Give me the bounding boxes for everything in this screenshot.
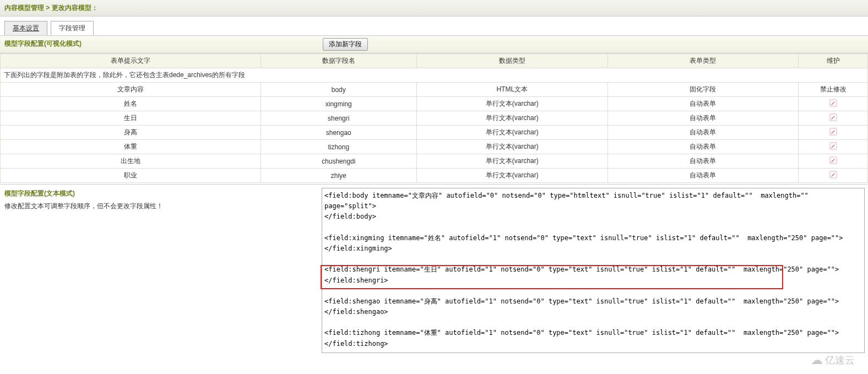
cell-prompt: 出生地: [1, 154, 261, 169]
cell-datatype: 单行文本(varchar): [417, 140, 608, 154]
cell-datatype: 单行文本(varchar): [417, 126, 608, 140]
cell-datatype: 单行文本(varchar): [417, 111, 608, 126]
cell-fieldname: tizhong: [261, 140, 417, 154]
cell-prompt: 生日: [1, 111, 261, 126]
cell-datatype: 单行文本(varchar): [417, 169, 608, 183]
cell-maint: [799, 140, 868, 154]
cell-formtype: 自动表单: [607, 154, 799, 169]
cell-formtype: 自动表单: [607, 126, 799, 140]
cell-formtype: 自动表单: [607, 169, 799, 183]
cell-prompt: 职业: [1, 169, 261, 183]
cell-maint: [799, 126, 868, 140]
cell-formtype: 自动表单: [607, 111, 799, 126]
tabs: 基本设置 字段管理: [0, 17, 868, 35]
text-section-note: 修改配置文本可调整字段顺序，但不会更改字段属性！: [4, 202, 314, 211]
add-field-button[interactable]: 添加新字段: [323, 38, 368, 51]
cell-prompt: 体重: [1, 140, 261, 154]
note-text: 下面列出的字段是附加表的字段，除此外，它还包含主表dede_archives的所…: [1, 68, 868, 83]
cell-datatype: 单行文本(varchar): [417, 154, 608, 169]
cell-fieldname: shengri: [261, 111, 417, 126]
cell-maint: [799, 111, 868, 126]
breadcrumb: 内容模型管理 > 更改内容模型：: [4, 4, 98, 12]
fields-table: 表单提示文字 数据字段名 数据类型 表单类型 维护 下面列出的字段是附加表的字段…: [0, 53, 868, 183]
edit-icon[interactable]: [829, 156, 837, 164]
text-section-title: 模型字段配置(文本模式): [4, 189, 314, 198]
cell-formtype: 固化字段: [607, 83, 799, 97]
header-bar: 内容模型管理 > 更改内容模型：: [0, 0, 868, 17]
table-row: 身高shengao单行文本(varchar)自动表单: [1, 126, 868, 140]
note-row: 下面列出的字段是附加表的字段，除此外，它还包含主表dede_archives的所…: [1, 68, 868, 83]
cell-prompt: 文章内容: [1, 83, 261, 97]
cell-formtype: 自动表单: [607, 97, 799, 111]
cell-prompt: 身高: [1, 126, 261, 140]
col-datatype: 数据类型: [417, 54, 608, 68]
col-fieldname: 数据字段名: [261, 54, 417, 68]
cell-datatype: 单行文本(varchar): [417, 97, 608, 111]
col-formtype: 表单类型: [607, 54, 799, 68]
edit-icon[interactable]: [829, 99, 837, 107]
edit-icon[interactable]: [829, 171, 837, 178]
cell-datatype: HTML文本: [417, 83, 608, 97]
table-header-row: 表单提示文字 数据字段名 数据类型 表单类型 维护: [1, 54, 868, 68]
cell-prompt: 姓名: [1, 97, 261, 111]
table-row: 体重tizhong单行文本(varchar)自动表单: [1, 140, 868, 154]
cell-maint: [799, 97, 868, 111]
col-maint: 维护: [799, 54, 868, 68]
table-row: 文章内容bodyHTML文本固化字段禁止修改: [1, 83, 868, 97]
col-prompt: 表单提示文字: [1, 54, 261, 68]
cell-formtype: 自动表单: [607, 140, 799, 154]
table-row: 职业zhiye单行文本(varchar)自动表单: [1, 169, 868, 183]
cell-fieldname: shengao: [261, 126, 417, 140]
tab-basic[interactable]: 基本设置: [4, 21, 47, 35]
text-mode-section: 模型字段配置(文本模式) 修改配置文本可调整字段顺序，但不会更改字段属性！: [0, 184, 868, 358]
table-row: 姓名xingming单行文本(varchar)自动表单: [1, 97, 868, 111]
visual-section-header: 模型字段配置(可视化模式) 添加新字段: [0, 35, 868, 53]
cell-maint: [799, 154, 868, 169]
table-row: 出生地chushengdi单行文本(varchar)自动表单: [1, 154, 868, 169]
cell-fieldname: zhiye: [261, 169, 417, 183]
cell-fieldname: chushengdi: [261, 154, 417, 169]
edit-icon[interactable]: [829, 128, 837, 135]
cell-fieldname: xingming: [261, 97, 417, 111]
table-row: 生日shengri单行文本(varchar)自动表单: [1, 111, 868, 126]
visual-section-title: 模型字段配置(可视化模式): [0, 36, 318, 53]
cell-fieldname: body: [261, 83, 417, 97]
tab-fields[interactable]: 字段管理: [51, 21, 94, 35]
edit-icon[interactable]: [829, 113, 837, 121]
cell-maint: [799, 169, 868, 183]
cell-maint: 禁止修改: [799, 83, 868, 97]
fields-xml-textarea[interactable]: [322, 188, 865, 353]
edit-icon[interactable]: [829, 142, 837, 150]
